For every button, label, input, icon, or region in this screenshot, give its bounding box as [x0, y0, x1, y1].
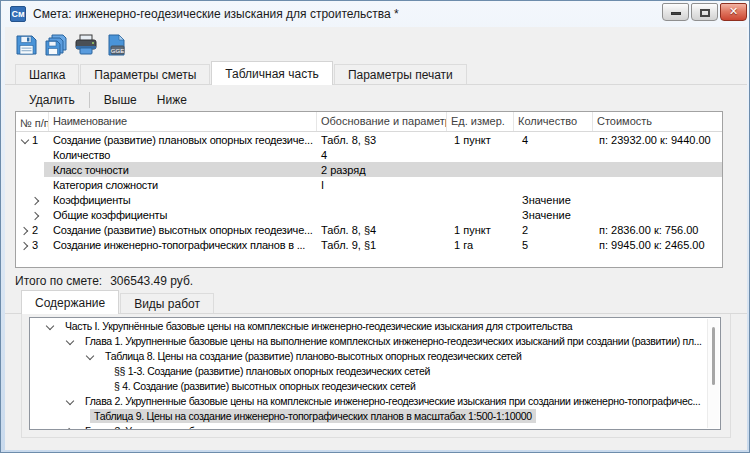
expand-icon[interactable] [30, 164, 42, 176]
tab[interactable]: Табличная часть [211, 61, 333, 85]
cell-unit: 1 пункт [447, 134, 514, 146]
cell-name: Общие коэффициенты [49, 209, 317, 221]
cell-cost: п: 2836.00 к: 756.00 [593, 224, 722, 236]
row-number: 3 [31, 239, 38, 251]
cell-name: Создание инженерно-топографических плано… [49, 239, 317, 251]
tree-item[interactable]: Глава 2. Укрупненные базовые цены на ком… [30, 393, 720, 408]
separator [89, 92, 90, 108]
cell-name: Создание (развитие) плановых опорных гео… [49, 134, 317, 146]
titlebar[interactable]: См Смета: инженерно-геодезические изыска… [1, 1, 749, 27]
tree-item[interactable]: Глава 3. Укрупненные базовые цены... [30, 423, 720, 430]
svg-text:GGE: GGE [110, 47, 123, 53]
close-button[interactable]: ✕ [720, 3, 747, 21]
cell-name: Класс точности [49, 164, 317, 176]
table-row[interactable]: Класс точности 2 разряд [16, 162, 722, 177]
cell-basis: Табл. 8, §3 [317, 134, 447, 146]
column-header-qty: Количество [514, 112, 593, 131]
table-row[interactable]: Коэффициенты Значение [16, 192, 722, 207]
print-icon [74, 33, 98, 57]
table-row[interactable]: Общие коэффициенты Значение [16, 207, 722, 222]
tab-label: Содержание [35, 296, 105, 310]
expand-icon[interactable] [30, 209, 42, 221]
cell-name: Категория сложности [49, 179, 317, 191]
tree-item-label: Глава 2. Укрупненные базовые цены на ком… [81, 394, 704, 408]
expand-icon[interactable] [19, 224, 31, 236]
tree-item[interactable]: Таблица 9. Цены на создание инженерно-то… [30, 408, 720, 423]
cell-qty: Значение [514, 209, 593, 221]
total-value: 306543.49 руб. [110, 274, 193, 288]
row-number: 1 [31, 134, 38, 146]
bottom-tab-bar: СодержаниеВиды работ [5, 290, 747, 314]
window-title: Смета: инженерно-геодезические изыскания… [33, 7, 399, 21]
app-icon: См [10, 6, 26, 22]
expand-icon[interactable] [84, 350, 101, 362]
row-number: 2 [31, 224, 38, 236]
cell-basis: 2 разряд [317, 164, 447, 176]
tree-item-label: Часть I. Укрупнённые базовые цены на ком… [61, 319, 576, 333]
table-row[interactable]: Количество 4 [16, 147, 722, 162]
tab[interactable]: Содержание [21, 290, 119, 314]
cell-unit: 1 га [447, 239, 514, 251]
table-body: 1 Создание (развитие) плановых опорных г… [16, 132, 722, 252]
cell-name: Коэффициенты [49, 194, 317, 206]
expand-icon[interactable] [30, 179, 42, 191]
expand-icon[interactable] [64, 425, 81, 431]
scrollbar-thumb[interactable] [712, 327, 715, 385]
column-header-cost: Стоимость [593, 112, 722, 131]
expand-icon[interactable] [30, 149, 42, 161]
column-header-name: Наименование [49, 112, 317, 131]
cell-qty: 5 [514, 239, 593, 251]
table-row[interactable]: 1 Создание (развитие) плановых опорных г… [16, 132, 722, 147]
print-button[interactable] [73, 32, 98, 57]
cell-name: Количество [49, 149, 317, 161]
tree-item[interactable]: Глава 1. Укрупненные базовые цены на вып… [30, 333, 720, 348]
tree-item-label: § 4. Создание (развитие) высотных опорны… [110, 379, 420, 393]
reference-tree: Часть I. Укрупнённые базовые цены на ком… [29, 317, 721, 430]
tree-item-label: Глава 1. Укрупненные базовые цены на вып… [81, 334, 706, 348]
cell-name: Создание (развитие) высотных опорных гео… [49, 224, 317, 236]
action-button[interactable]: Ниже [147, 91, 197, 109]
tree-item-label: Глава 3. Укрупненные базовые цены... [81, 424, 266, 431]
minimize-button[interactable] [662, 3, 689, 21]
tree-item[interactable]: §§ 1-3. Создание (развитие) плановых опо… [30, 363, 720, 378]
tab-label: Параметры печати [348, 68, 453, 82]
expand-icon[interactable] [19, 134, 31, 146]
minimize-icon [671, 12, 681, 15]
save-icon [14, 33, 38, 57]
table-row[interactable]: 2 Создание (развитие) высотных опорных г… [16, 222, 722, 237]
save-all-button[interactable] [43, 32, 68, 57]
toolbar: GGE [13, 32, 128, 57]
table-row[interactable]: 3 Создание инженерно-топографических пла… [16, 237, 722, 252]
export-gge-icon: GGE [104, 33, 128, 57]
tab[interactable]: Виды работ [120, 293, 214, 314]
expand-icon[interactable] [64, 335, 81, 347]
action-button[interactable]: Удалить [19, 91, 85, 109]
app-window: См Смета: инженерно-геодезические изыска… [0, 0, 750, 453]
export-gge-button[interactable]: GGE [103, 32, 128, 57]
tab[interactable]: Параметры печати [334, 64, 467, 85]
column-header-basis: Обоснование и параметры [317, 112, 447, 131]
maximize-icon [700, 9, 710, 17]
tree-item[interactable]: Таблица 8. Цены на создание (развитие) п… [30, 348, 720, 363]
save-button[interactable] [13, 32, 38, 57]
expand-icon[interactable] [30, 194, 42, 206]
table-row[interactable]: Категория сложности I [16, 177, 722, 192]
tab[interactable]: Параметры сметы [80, 64, 210, 85]
cell-basis: Табл. 9, §1 [317, 239, 447, 251]
cell-basis: Табл. 8, §4 [317, 224, 447, 236]
tree-item[interactable]: Часть I. Укрупнённые базовые цены на ком… [30, 318, 720, 333]
tab-label: Параметры сметы [94, 68, 196, 82]
tree-item-label: §§ 1-3. Создание (развитие) плановых опо… [110, 364, 434, 378]
tree-item[interactable]: § 4. Создание (развитие) высотных опорны… [30, 378, 720, 393]
tab-bar: ШапкаПараметры сметыТабличная частьПарам… [5, 61, 747, 85]
tab[interactable]: Шапка [15, 64, 79, 85]
action-button[interactable]: Выше [94, 91, 147, 109]
tree-body: Часть I. Укрупнённые базовые цены на ком… [30, 318, 720, 430]
expand-icon[interactable] [64, 395, 81, 407]
tree-scrollbar[interactable] [707, 319, 719, 428]
column-header-num: № п/п [16, 112, 49, 131]
maximize-button[interactable] [691, 3, 718, 21]
action-bar: УдалитьВышеНиже [19, 90, 197, 110]
expand-icon[interactable] [19, 239, 31, 251]
expand-icon[interactable] [44, 320, 61, 332]
